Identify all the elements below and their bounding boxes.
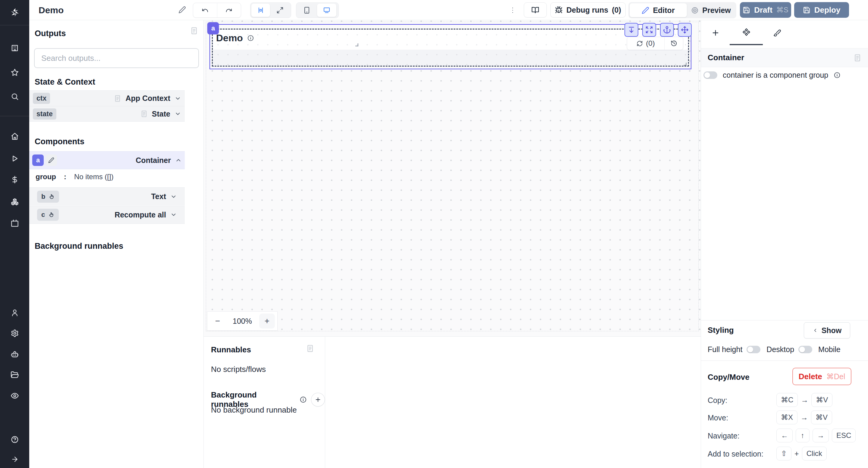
state-badge: state xyxy=(33,108,56,120)
selected-container-component[interactable]: a Demo xyxy=(210,24,691,69)
component-row-container[interactable]: a Container xyxy=(29,151,185,169)
component-row-text[interactable]: b Text xyxy=(29,187,185,205)
home-icon[interactable] xyxy=(10,132,19,140)
draft-button[interactable]: Draft ⌘S xyxy=(740,2,791,18)
background-runnables-title: Background runnables xyxy=(35,241,123,251)
height-toggles-row: Full height Desktop Mobile xyxy=(708,343,841,355)
app-canvas[interactable]: a Demo (0) − 1 xyxy=(204,20,701,336)
brush-icon xyxy=(773,29,781,37)
workers-icon[interactable] xyxy=(10,350,19,359)
move-button[interactable] xyxy=(678,23,692,37)
full-height-desktop-toggle[interactable] xyxy=(747,346,761,353)
styling-title: Styling xyxy=(708,326,734,335)
search-icon[interactable] xyxy=(10,93,19,101)
outputs-title: Outputs xyxy=(35,29,66,38)
move-label: Move: xyxy=(708,413,728,422)
chevron-down-icon[interactable] xyxy=(175,95,181,102)
chevron-down-icon[interactable] xyxy=(170,211,177,218)
kbd-click: Click xyxy=(802,446,827,461)
editor-preview-switch: Editor Preview xyxy=(628,2,736,19)
desktop-view-button[interactable] xyxy=(317,4,336,17)
undo-icon xyxy=(202,7,209,14)
info-icon[interactable] xyxy=(247,35,254,41)
resources-icon[interactable] xyxy=(10,198,19,206)
copy-move-title: Copy/Move xyxy=(708,372,749,382)
rename-component-button[interactable] xyxy=(45,155,57,166)
schedules-icon[interactable] xyxy=(10,219,19,227)
edit-title-icon[interactable] xyxy=(179,6,186,13)
favorites-icon[interactable] xyxy=(10,68,19,76)
user-icon[interactable] xyxy=(10,309,19,317)
component-c-type: Recompute all xyxy=(115,210,166,219)
runnables-panel: Runnables No scripts/flows Background ru… xyxy=(204,336,701,468)
deploy-button[interactable]: Deploy xyxy=(794,2,849,18)
component-group-toggle[interactable] xyxy=(704,71,717,79)
show-label: Show xyxy=(822,326,842,335)
info-icon[interactable] xyxy=(300,396,307,403)
mobile-view-button[interactable] xyxy=(297,4,316,17)
debug-runs-button[interactable]: Debug runs (0) xyxy=(550,2,626,18)
kbd-cmd-v: ⌘V xyxy=(811,410,832,424)
anchor-button[interactable] xyxy=(660,23,674,37)
component-row-recompute[interactable]: c Recompute all xyxy=(29,206,185,224)
resize-handle[interactable] xyxy=(355,43,358,46)
full-width-button[interactable] xyxy=(271,4,289,17)
component-type-title: Container xyxy=(708,53,744,62)
audit-icon[interactable] xyxy=(10,392,19,400)
help-icon[interactable] xyxy=(10,435,19,444)
tab-insert-component[interactable] xyxy=(701,20,730,45)
zoom-out-button[interactable]: − xyxy=(210,313,225,329)
search-outputs-input[interactable] xyxy=(34,48,199,68)
redo-button[interactable] xyxy=(217,3,241,18)
add-background-runnable-button[interactable] xyxy=(311,393,325,407)
chevron-down-icon[interactable] xyxy=(170,193,177,200)
component-c-pill: c xyxy=(37,209,59,221)
state-row[interactable]: state State xyxy=(29,106,185,122)
desktop-icon xyxy=(323,7,330,14)
settings-icon[interactable] xyxy=(10,329,19,337)
group-property-row: group : No items ([]) xyxy=(29,170,185,184)
folders-icon[interactable] xyxy=(10,371,19,379)
arrow-text: → xyxy=(801,413,808,422)
bug-icon xyxy=(555,6,563,14)
text-component-demo[interactable]: Demo xyxy=(216,33,254,44)
fullscreen-button[interactable] xyxy=(642,23,656,37)
full-height-mobile-toggle[interactable] xyxy=(798,346,812,353)
rail-divider xyxy=(0,25,29,25)
windmill-logo[interactable] xyxy=(8,6,21,19)
collapse-icon[interactable] xyxy=(11,455,19,463)
runs-icon[interactable] xyxy=(10,155,19,163)
mobile-icon xyxy=(303,7,310,14)
refresh-runs-button[interactable]: (0) xyxy=(627,37,664,50)
history-icon xyxy=(671,40,677,47)
tab-editor[interactable]: Editor xyxy=(629,3,687,17)
ctx-row[interactable]: ctx App Context xyxy=(29,90,185,106)
delete-component-button[interactable]: Delete ⌘Del xyxy=(792,368,851,385)
align-center-icon xyxy=(257,7,264,14)
chevron-down-icon[interactable] xyxy=(175,110,181,117)
kebab-menu-icon[interactable] xyxy=(509,6,517,14)
tab-preview[interactable]: Preview xyxy=(687,3,735,17)
preview-label: Preview xyxy=(702,6,731,15)
info-icon[interactable] xyxy=(834,72,841,78)
tab-component-settings[interactable] xyxy=(730,20,763,45)
resize-handle[interactable] xyxy=(683,62,687,66)
expand-down-button[interactable] xyxy=(624,23,638,37)
chevron-up-icon[interactable] xyxy=(175,157,182,164)
workspace-icon[interactable] xyxy=(10,44,19,52)
runs-history-button[interactable] xyxy=(664,37,683,50)
zoom-in-button[interactable]: + xyxy=(259,313,275,329)
tab-global-styling[interactable] xyxy=(763,20,792,45)
styling-show-button[interactable]: Show xyxy=(804,322,850,338)
settings-panel: Container container is a component group… xyxy=(701,20,868,468)
section-divider xyxy=(701,320,868,321)
undo-button[interactable] xyxy=(193,3,217,18)
component-b-pill: b xyxy=(37,191,59,203)
center-layout-button[interactable] xyxy=(251,4,270,17)
expand-down-icon xyxy=(627,26,635,34)
group-key: group xyxy=(36,173,56,181)
docs-button[interactable] xyxy=(524,2,547,18)
variables-icon[interactable] xyxy=(10,175,19,184)
debug-runs-label: Debug runs xyxy=(566,6,608,14)
component-icon xyxy=(742,28,750,36)
